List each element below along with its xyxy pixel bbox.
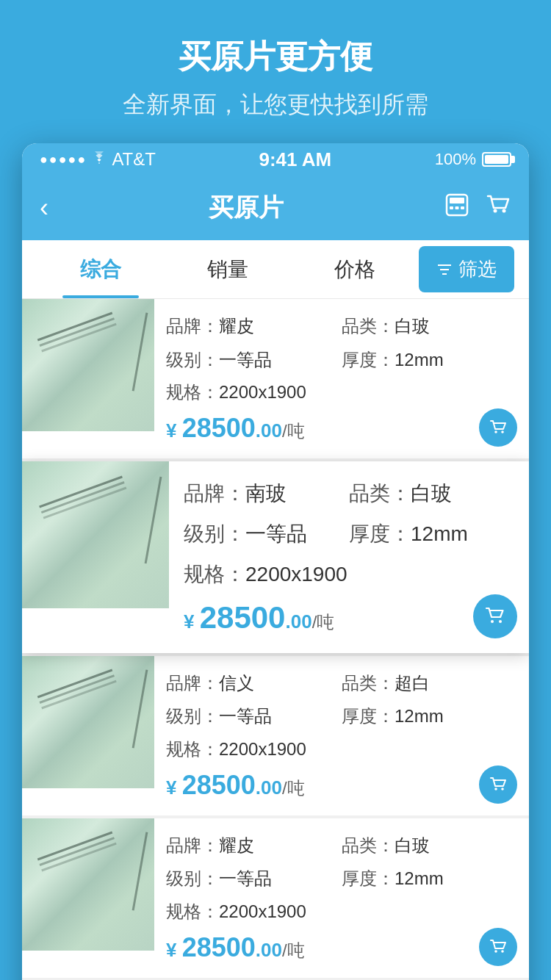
product-image <box>22 656 154 788</box>
price: ¥ 28500.00/吨 <box>184 600 334 635</box>
brand-col: 品牌：耀皮 <box>166 314 342 339</box>
glass-visual <box>22 299 154 431</box>
battery-percent: 100% <box>435 150 476 169</box>
spec-row: 规格：2200x1900 <box>184 561 514 588</box>
svg-rect-3 <box>455 206 459 209</box>
brand-col: 品牌：信义 <box>166 671 342 696</box>
add-to-cart-button[interactable] <box>479 408 517 447</box>
svg-rect-2 <box>450 206 453 209</box>
svg-rect-1 <box>450 198 464 203</box>
status-bar: ●●●●● AT&T 9:41 AM 100% <box>22 143 529 176</box>
svg-point-16 <box>494 950 497 953</box>
info-row-brand-category: 品牌：耀皮 品类：白玻 <box>166 833 517 858</box>
app-title: 买原片更方便 <box>29 35 522 79</box>
info-row-grade-thickness: 级别：一等品 厚度：12mm <box>166 866 517 891</box>
tab-price[interactable]: 价格 <box>292 240 419 298</box>
phone-frame: ●●●●● AT&T 9:41 AM 100% ‹ 买原片 <box>22 143 529 980</box>
status-right: 100% <box>435 150 511 169</box>
list-item: 品牌：耀皮 品类：白玻 级别：一等品 厚度：12mm 规格：2200x1900 <box>22 818 529 978</box>
glass-visual <box>22 461 169 608</box>
info-row-brand-category: 品牌：信义 品类：超白 <box>166 671 517 696</box>
grade-col: 级别：一等品 <box>184 519 349 548</box>
battery-icon <box>482 152 511 167</box>
svg-rect-4 <box>461 206 464 209</box>
tab-comprehensive[interactable]: 综合 <box>37 240 164 298</box>
svg-point-14 <box>494 788 497 790</box>
grade-col: 级别：一等品 <box>166 704 342 729</box>
thickness-col: 厚度：12mm <box>342 347 517 372</box>
carrier-label: AT&T <box>112 149 156 170</box>
spec-row: 规格：2200x1900 <box>166 900 517 923</box>
price: ¥ 28500.00/吨 <box>166 413 305 444</box>
status-time: 9:41 AM <box>259 148 331 171</box>
info-row-brand-category: 品牌：南玻 品类：白玻 <box>184 479 514 508</box>
grade-col: 级别：一等品 <box>166 347 342 372</box>
svg-point-17 <box>501 950 504 953</box>
thickness-col: 厚度：12mm <box>342 704 517 729</box>
category-col: 品类：白玻 <box>342 833 517 858</box>
info-row-grade-thickness: 级别：一等品 厚度：12mm <box>166 704 517 729</box>
brand-col: 品牌：南玻 <box>184 479 349 508</box>
price-row: ¥ 28500.00/吨 <box>166 413 517 444</box>
product-list: 品牌：耀皮 品类：白玻 级别：一等品 厚度：12mm 规格：2200x1900 <box>22 299 529 980</box>
svg-point-5 <box>494 209 497 212</box>
battery-fill <box>485 155 508 164</box>
spec-row: 规格：2200x1900 <box>166 381 517 404</box>
filter-button[interactable]: 筛选 <box>419 246 514 292</box>
svg-point-11 <box>501 430 504 433</box>
add-to-cart-button[interactable] <box>473 594 517 638</box>
thickness-col: 厚度：12mm <box>342 866 517 891</box>
price: ¥ 28500.00/吨 <box>166 932 305 963</box>
app-subtitle: 全新界面，让您更快找到所需 <box>29 89 522 121</box>
nav-icons <box>444 192 511 225</box>
product-image-highlighted <box>22 461 169 608</box>
info-row-grade-thickness: 级别：一等品 厚度：12mm <box>184 519 514 548</box>
svg-point-12 <box>491 620 494 623</box>
product-info: 品牌：耀皮 品类：白玻 级别：一等品 厚度：12mm 规格：2200x1900 <box>154 818 529 978</box>
category-col: 品类：白玻 <box>349 479 514 508</box>
product-image <box>22 299 154 431</box>
product-info: 品牌：耀皮 品类：白玻 级别：一等品 厚度：12mm 规格：2200x1900 <box>154 299 529 458</box>
status-left: ●●●●● AT&T <box>40 149 156 170</box>
page-title: 买原片 <box>209 191 284 225</box>
wifi-icon <box>91 151 107 168</box>
list-item: 品牌：信义 品类：超白 级别：一等品 厚度：12mm 规格：2200x1900 <box>22 656 529 815</box>
glass-visual <box>22 656 154 788</box>
product-image <box>22 818 154 951</box>
app-header: 买原片更方便 全新界面，让您更快找到所需 <box>0 0 551 143</box>
tab-sales[interactable]: 销量 <box>164 240 291 298</box>
svg-point-13 <box>499 620 502 623</box>
product-info-highlighted: 品牌：南玻 品类：白玻 级别：一等品 厚度：12mm 规格：2200x1900 <box>169 461 529 652</box>
add-to-cart-button[interactable] <box>479 765 517 804</box>
svg-point-15 <box>501 788 504 790</box>
price-row: ¥ 28500.00/吨 <box>184 600 514 635</box>
brand-col: 品牌：耀皮 <box>166 833 342 858</box>
nav-bar: ‹ 买原片 <box>22 176 529 240</box>
price: ¥ 28500.00/吨 <box>166 770 305 801</box>
calculator-icon[interactable] <box>444 192 470 225</box>
cart-icon[interactable] <box>485 192 511 225</box>
info-row-grade-thickness: 级别：一等品 厚度：12mm <box>166 347 517 372</box>
grade-col: 级别：一等品 <box>166 866 342 891</box>
glass-visual <box>22 818 154 951</box>
add-to-cart-button[interactable] <box>479 928 517 966</box>
list-item: 品牌：南玻 品类：白玻 级别：一等品 厚度：12mm 规格：2200x1900 <box>22 461 529 652</box>
svg-point-6 <box>503 209 506 212</box>
svg-point-10 <box>494 430 497 433</box>
signal-dots: ●●●●● <box>40 152 87 167</box>
category-col: 品类：白玻 <box>342 314 517 339</box>
category-col: 品类：超白 <box>342 671 517 696</box>
back-button[interactable]: ‹ <box>40 192 48 223</box>
price-row: ¥ 28500.00/吨 <box>166 932 517 963</box>
list-item: 品牌：耀皮 品类：白玻 级别：一等品 厚度：12mm 规格：2200x1900 <box>22 299 529 458</box>
thickness-col: 厚度：12mm <box>349 519 514 548</box>
price-row: ¥ 28500.00/吨 <box>166 770 517 801</box>
info-row-brand-category: 品牌：耀皮 品类：白玻 <box>166 314 517 339</box>
filter-bar: 综合 销量 价格 筛选 <box>22 240 529 299</box>
spec-row: 规格：2200x1900 <box>166 738 517 761</box>
product-info: 品牌：信义 品类：超白 级别：一等品 厚度：12mm 规格：2200x1900 <box>154 656 529 815</box>
